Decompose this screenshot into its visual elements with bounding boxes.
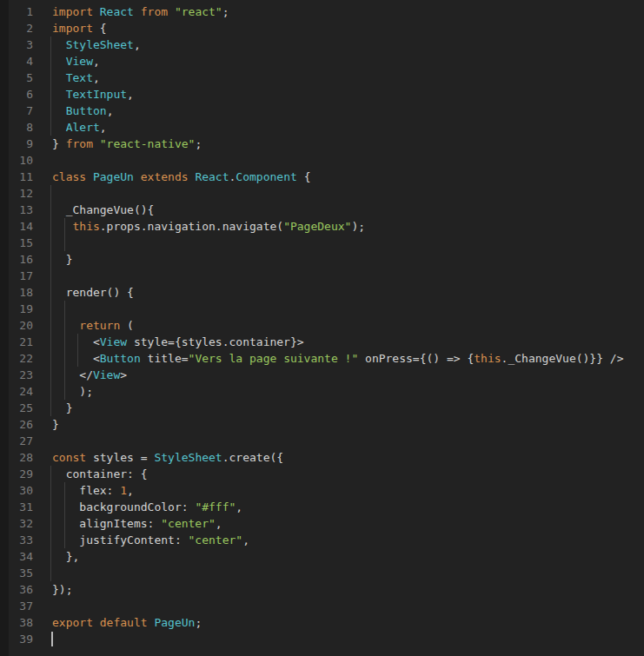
line-number[interactable]: 2 (0, 20, 33, 36)
code-editor[interactable]: 1import React from "react";2import {3 St… (0, 0, 644, 656)
code-token: , (127, 484, 134, 497)
code-line[interactable]: 39 (0, 631, 644, 647)
line-number[interactable]: 18 (0, 284, 33, 301)
code-line[interactable]: 29 container: { (0, 466, 644, 482)
code-line[interactable]: 19 (0, 301, 644, 317)
code-line[interactable]: 36}); (0, 581, 644, 598)
code-token: "center" (161, 517, 216, 530)
code-token: this (72, 220, 99, 233)
line-number[interactable]: 26 (0, 416, 33, 433)
line-code: TextInput, (33, 86, 644, 103)
line-number[interactable]: 11 (0, 169, 33, 185)
code-line[interactable]: 22 <Button title="Vers la page suivante … (0, 350, 644, 367)
code-line[interactable]: 20 return ( (0, 317, 644, 334)
code-token: justifyContent: (52, 533, 189, 547)
code-line[interactable]: 7 Button, (0, 103, 644, 119)
code-token: Component (236, 170, 296, 183)
line-number[interactable]: 38 (0, 614, 33, 631)
line-number[interactable]: 17 (0, 268, 33, 284)
line-number[interactable]: 23 (0, 367, 33, 383)
line-number[interactable]: 7 (0, 103, 33, 119)
code-line[interactable]: 2import { (0, 20, 644, 36)
line-number[interactable]: 20 (0, 317, 33, 334)
line-number[interactable]: 3 (0, 36, 33, 53)
code-line[interactable]: 16 } (0, 251, 644, 268)
code-line[interactable]: 4 View, (0, 53, 644, 70)
code-line[interactable]: 18 render() { (0, 284, 644, 301)
line-number[interactable]: 34 (0, 548, 33, 565)
code-token: } (52, 418, 59, 431)
code-line[interactable]: 1import React from "react"; (0, 3, 644, 20)
line-number[interactable]: 4 (0, 53, 33, 70)
code-line[interactable]: 6 TextInput, (0, 86, 644, 103)
line-number[interactable]: 6 (0, 86, 33, 103)
line-number[interactable]: 28 (0, 449, 33, 466)
code-line[interactable]: 33 justifyContent: "center", (0, 532, 644, 548)
line-number[interactable]: 30 (0, 482, 33, 499)
code-line[interactable]: 17 (0, 268, 644, 284)
line-number[interactable]: 27 (0, 433, 33, 449)
code-line[interactable]: 13 _ChangeVue(){ (0, 202, 644, 218)
line-number[interactable]: 35 (0, 565, 33, 581)
line-number[interactable]: 25 (0, 400, 33, 416)
code-line[interactable]: 21 <View style={styles.container}> (0, 334, 644, 350)
code-line[interactable]: 23 </View> (0, 367, 644, 383)
code-line[interactable]: 15 (0, 235, 644, 251)
code-line[interactable]: 34 }, (0, 548, 644, 565)
line-number[interactable]: 31 (0, 499, 33, 515)
code-token: React (100, 5, 134, 18)
line-number[interactable]: 12 (0, 185, 33, 202)
code-line[interactable]: 24 ); (0, 383, 644, 400)
line-number[interactable]: 37 (0, 598, 33, 614)
line-number[interactable]: 8 (0, 119, 33, 136)
line-code: const styles = StyleSheet.create({ (33, 449, 644, 466)
line-number[interactable]: 39 (0, 631, 33, 647)
code-token: "center" (189, 533, 243, 547)
line-number[interactable]: 16 (0, 251, 33, 268)
code-line[interactable]: 32 alignItems: "center", (0, 515, 644, 532)
line-number[interactable]: 22 (0, 350, 33, 367)
indent-guide (64, 482, 65, 499)
line-number[interactable]: 19 (0, 301, 33, 317)
line-number[interactable]: 13 (0, 202, 33, 218)
code-token: flex: (52, 484, 120, 497)
indent-guide (50, 548, 51, 565)
indent-guide (50, 383, 51, 400)
line-number[interactable]: 21 (0, 334, 33, 350)
line-number[interactable]: 33 (0, 532, 33, 548)
code-line[interactable]: 27 (0, 433, 644, 449)
line-number[interactable]: 15 (0, 235, 33, 251)
code-token: style={styles.container}> (127, 335, 304, 348)
code-line[interactable]: 14 this.props.navigation.navigate("PageD… (0, 218, 644, 235)
line-code (33, 185, 644, 202)
code-line[interactable]: 5 Text, (0, 70, 644, 86)
code-line[interactable]: 12 (0, 185, 644, 202)
code-line[interactable]: 26} (0, 416, 644, 433)
line-number[interactable]: 24 (0, 383, 33, 400)
line-number[interactable]: 9 (0, 136, 33, 152)
code-line[interactable]: 35 (0, 565, 644, 581)
code-line[interactable]: 8 Alert, (0, 119, 644, 136)
line-number[interactable]: 1 (0, 3, 33, 20)
code-token: export default (52, 616, 154, 629)
indent-guide (50, 251, 51, 268)
code-line[interactable]: 10 (0, 152, 644, 169)
line-number[interactable]: 36 (0, 581, 33, 598)
code-line[interactable]: 31 backgroundColor: "#fff", (0, 499, 644, 515)
code-token: Button (66, 104, 107, 117)
line-number[interactable]: 5 (0, 70, 33, 86)
code-line[interactable]: 37 (0, 598, 644, 614)
code-line[interactable]: 28const styles = StyleSheet.create({ (0, 449, 644, 466)
line-number[interactable]: 14 (0, 218, 33, 235)
line-number[interactable]: 29 (0, 466, 33, 482)
line-number[interactable]: 32 (0, 515, 33, 532)
code-token: onPress={() => { (358, 352, 474, 365)
line-number[interactable]: 10 (0, 152, 33, 169)
line-code: </View> (33, 367, 644, 383)
code-line[interactable]: 9} from "react-native"; (0, 136, 644, 152)
code-line[interactable]: 3 StyleSheet, (0, 36, 644, 53)
code-line[interactable]: 11class PageUn extends React.Component { (0, 169, 644, 185)
code-line[interactable]: 30 flex: 1, (0, 482, 644, 499)
code-line[interactable]: 38export default PageUn; (0, 614, 644, 631)
code-line[interactable]: 25 } (0, 400, 644, 416)
